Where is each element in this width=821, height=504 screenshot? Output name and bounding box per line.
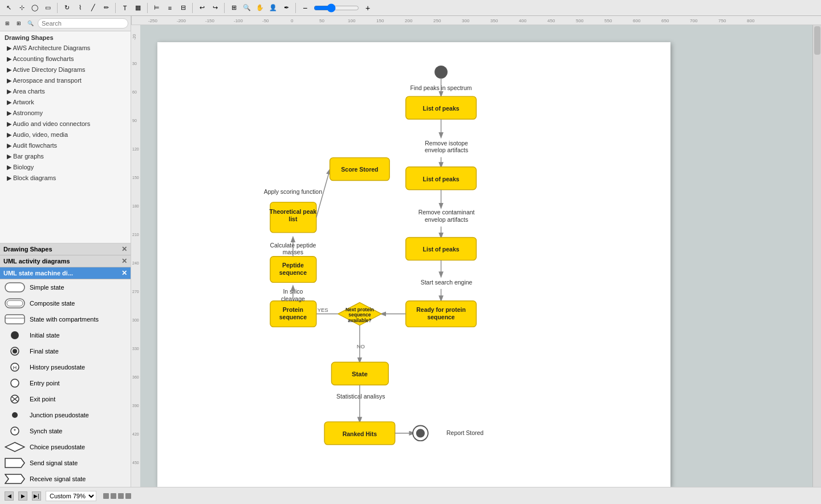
sidebar-item-bar-graphs[interactable]: ▶ Bar graphs bbox=[0, 151, 131, 162]
shape-receive-signal[interactable]: Receive signal state bbox=[0, 471, 131, 487]
composite-state-icon bbox=[5, 298, 25, 309]
zoom-fit-btn[interactable]: ⊞ bbox=[227, 2, 240, 14]
zoom-slider[interactable] bbox=[314, 3, 359, 13]
panel-uml-state-machine[interactable]: UML state machine di... ✕ bbox=[0, 267, 131, 279]
ellipse-tool-btn[interactable]: ◯ bbox=[29, 2, 41, 14]
align-left-btn[interactable]: ⊨ bbox=[151, 2, 163, 14]
diamond-label2: sequence bbox=[348, 312, 371, 318]
rotate-btn[interactable]: ↻ bbox=[60, 2, 73, 14]
zoom-dropdown[interactable]: Custom 79% 50% 75% 100% 150% 200% bbox=[46, 491, 96, 501]
zoom-out-btn[interactable]: − bbox=[299, 2, 311, 14]
toolbar-sep-2 bbox=[115, 3, 116, 13]
rect-tool-btn[interactable]: ▭ bbox=[42, 2, 54, 14]
shape-exit-point[interactable]: Exit point bbox=[0, 391, 131, 407]
shape-entry-point[interactable]: Entry point bbox=[0, 375, 131, 391]
shape-state-compartments[interactable]: State with compartments bbox=[0, 311, 131, 327]
canvas-area[interactable]: Find peaks in spectrum List of peaks Rem… bbox=[140, 25, 812, 487]
svg-text:800: 800 bbox=[747, 18, 755, 23]
shape-send-signal[interactable]: Send signal state bbox=[0, 455, 131, 471]
svg-text:60: 60 bbox=[132, 90, 137, 94]
panel-uml-activity[interactable]: UML activity diagrams ✕ bbox=[0, 255, 131, 267]
shape-simple-state[interactable]: Simple state bbox=[0, 279, 131, 295]
pen-btn[interactable]: ✒ bbox=[280, 2, 292, 14]
sidebar-item-block[interactable]: ▶ Block diagrams bbox=[0, 173, 131, 184]
zoom-in-btn[interactable]: 🔍 bbox=[241, 2, 253, 14]
remove-iso-label2: envelop artifacts bbox=[425, 147, 468, 153]
line-btn[interactable]: ╱ bbox=[87, 2, 99, 14]
sidebar-scroll-content: Drawing Shapes ▶ AWS Architecture Diagra… bbox=[0, 31, 131, 243]
panel-uml-state-close[interactable]: ✕ bbox=[121, 269, 127, 277]
align-center-btn[interactable]: ≡ bbox=[164, 2, 176, 14]
svg-text:30: 30 bbox=[132, 62, 137, 66]
page-dot-1[interactable] bbox=[103, 493, 109, 499]
svg-text:300: 300 bbox=[462, 18, 470, 23]
text-btn[interactable]: T bbox=[119, 2, 131, 14]
sidebar-item-accounting[interactable]: ▶ Accounting flowcharts bbox=[0, 54, 131, 64]
page-dot-4[interactable] bbox=[125, 493, 131, 499]
shape-junction-pseudo[interactable]: Junction pseudostate bbox=[0, 407, 131, 423]
page-end-btn[interactable]: ▶| bbox=[32, 491, 41, 501]
svg-text:240: 240 bbox=[132, 261, 139, 265]
sidebar-header: ⊞ ⊞ 🔍 bbox=[0, 16, 131, 31]
select-tool-btn[interactable]: ↖ bbox=[2, 2, 15, 14]
page-dot-3[interactable] bbox=[118, 493, 124, 499]
connect-btn[interactable]: ⌇ bbox=[74, 2, 86, 14]
shape-final-state[interactable]: Final state bbox=[0, 343, 131, 359]
section-drawing-shapes[interactable]: Drawing Shapes bbox=[0, 31, 131, 43]
svg-marker-18 bbox=[5, 458, 25, 468]
page-dot-2[interactable] bbox=[111, 493, 116, 499]
pan-btn[interactable]: ✋ bbox=[254, 2, 266, 14]
freehand-btn[interactable]: ✏ bbox=[100, 2, 112, 14]
shape-synch-state[interactable]: * Synch state bbox=[0, 423, 131, 439]
scroll-right[interactable] bbox=[812, 25, 821, 487]
svg-marker-19 bbox=[5, 474, 25, 483]
sidebar-item-artwork[interactable]: ▶ Artwork bbox=[0, 97, 131, 108]
svg-marker-17 bbox=[5, 442, 25, 452]
svg-text:300: 300 bbox=[132, 318, 139, 322]
svg-text:-200: -200 bbox=[177, 18, 186, 23]
page-prev2-btn[interactable]: ▶ bbox=[18, 491, 27, 501]
sidebar-item-audio-media[interactable]: ▶ Audio, video, media bbox=[0, 129, 131, 140]
svg-point-5 bbox=[11, 331, 19, 339]
svg-point-10 bbox=[11, 379, 19, 387]
start-circle bbox=[434, 66, 448, 79]
page-prev-btn[interactable]: ◀ bbox=[5, 491, 14, 501]
score-stored-label: Score Stored bbox=[341, 166, 378, 173]
zoom-in-btn2[interactable]: + bbox=[361, 2, 374, 14]
sidebar-item-area-charts[interactable]: ▶ Area charts bbox=[0, 86, 131, 97]
synch-state-icon: * bbox=[5, 425, 25, 437]
sidebar-search-btn[interactable]: 🔍 bbox=[25, 18, 35, 29]
shape-composite-state[interactable]: Composite state bbox=[0, 295, 131, 311]
remove-iso-label: Remove isotope bbox=[425, 140, 468, 147]
search-input[interactable] bbox=[42, 20, 124, 27]
move-tool-btn[interactable]: ⊹ bbox=[15, 2, 28, 14]
sidebar-item-astronomy[interactable]: ▶ Astronomy bbox=[0, 108, 131, 119]
shape-history-pseudo[interactable]: H History pseudostate bbox=[0, 359, 131, 375]
sidebar-grid-btn[interactable]: ⊞ bbox=[14, 18, 24, 29]
main-layout: ⊞ ⊞ 🔍 Drawing Shapes ▶ AWS Architecture … bbox=[0, 16, 821, 487]
toolbar-sep-5 bbox=[224, 3, 225, 13]
panel-drawing-shapes[interactable]: Drawing Shapes ✕ bbox=[0, 243, 131, 255]
sidebar-item-aws[interactable]: ▶ AWS Architecture Diagrams bbox=[0, 43, 131, 54]
apply-scoring-label: Apply scoring function bbox=[264, 189, 322, 195]
svg-text:250: 250 bbox=[433, 18, 441, 23]
sidebar-item-active-directory[interactable]: ▶ Active Directory Diagrams bbox=[0, 64, 131, 75]
remove-cont-label2: envelop artifacts bbox=[425, 217, 468, 223]
undo-btn[interactable]: ↩ bbox=[196, 2, 208, 14]
sidebar-item-aerospace[interactable]: ▶ Aerospace and transport bbox=[0, 75, 131, 86]
redo-btn[interactable]: ↪ bbox=[209, 2, 221, 14]
shape-initial-state[interactable]: Initial state bbox=[0, 327, 131, 343]
distribute-btn[interactable]: ⊟ bbox=[177, 2, 189, 14]
sidebar-item-audio-video[interactable]: ▶ Audio and video connectors bbox=[0, 119, 131, 129]
person-btn[interactable]: 👤 bbox=[267, 2, 279, 14]
panel-uml-activity-close[interactable]: ✕ bbox=[121, 257, 127, 265]
svg-rect-3 bbox=[5, 315, 25, 324]
sidebar-item-biology[interactable]: ▶ Biology bbox=[0, 162, 131, 173]
peptide-seq-label2: sequence bbox=[279, 270, 307, 276]
table-btn[interactable]: ▦ bbox=[132, 2, 144, 14]
sidebar-icon-btn[interactable]: ⊞ bbox=[2, 18, 13, 29]
sidebar-item-audit[interactable]: ▶ Audit flowcharts bbox=[0, 140, 131, 151]
svg-text:210: 210 bbox=[132, 233, 139, 237]
shape-choice-pseudo[interactable]: Choice pseudostate bbox=[0, 439, 131, 455]
panel-drawing-shapes-close[interactable]: ✕ bbox=[121, 245, 127, 253]
